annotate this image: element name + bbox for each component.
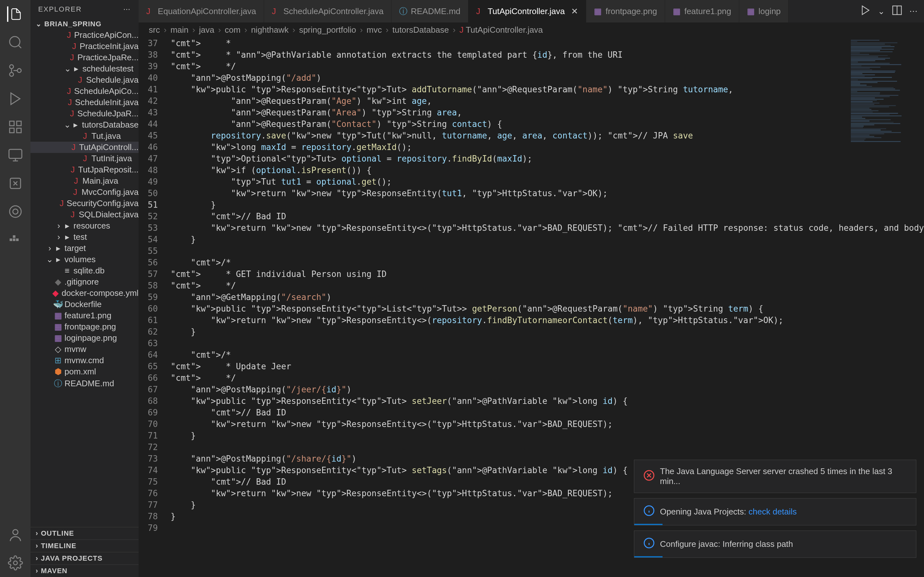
tree-item[interactable]: JMain.java <box>31 175 139 187</box>
notification-text: Configure javac: Inferring class path <box>660 539 793 549</box>
chevron-right-icon: › <box>36 542 38 550</box>
breadcrumb-item[interactable]: src <box>149 25 160 35</box>
tree-item[interactable]: JSecurityConfig.java <box>31 198 139 209</box>
info-icon <box>643 505 655 519</box>
split-editor-icon[interactable] <box>891 5 903 18</box>
extensions-icon[interactable] <box>8 119 23 135</box>
run-icon[interactable] <box>860 5 871 18</box>
chevron-right-icon: › <box>36 554 38 562</box>
tree-item[interactable]: ⌄▸schedulestest <box>31 63 139 74</box>
tree-item[interactable]: JTutApiControll... <box>31 142 139 153</box>
notification[interactable]: Opening Java Projects: check details <box>634 498 916 525</box>
run-debug-icon[interactable] <box>8 91 23 106</box>
run-dropdown-icon[interactable]: ⌄ <box>878 6 885 16</box>
maven-section[interactable]: › MAVEN <box>31 564 139 577</box>
explorer-more-icon[interactable]: ⋯ <box>123 5 131 13</box>
notification-text: The Java Language Server server crashed … <box>660 466 907 486</box>
editor-tab[interactable]: JEquationApiController.java <box>139 0 264 23</box>
activity-bar <box>0 0 31 577</box>
tree-item[interactable]: ⌄▸volumes <box>31 254 139 265</box>
tree-item[interactable]: ⓘREADME.md <box>31 377 139 390</box>
more-actions-icon[interactable]: ⋯ <box>909 6 918 16</box>
svg-point-14 <box>10 206 21 218</box>
breadcrumb-item[interactable]: tutorsDatabase <box>393 25 449 35</box>
svg-point-15 <box>13 209 18 214</box>
editor-tab[interactable]: JTutApiController.java✕ <box>468 0 586 23</box>
tree-item[interactable]: ▦frontpage.png <box>31 321 139 332</box>
tree-item[interactable]: JTut.java <box>31 131 139 142</box>
svg-rect-18 <box>16 239 19 241</box>
remote-explorer-icon[interactable] <box>8 147 23 163</box>
editor-tab[interactable]: JScheduleApiController.java <box>264 0 391 23</box>
svg-marker-22 <box>863 6 869 15</box>
breadcrumb[interactable]: src›main›java›com›nighthawk›spring_portf… <box>139 23 924 37</box>
svg-point-2 <box>10 65 13 69</box>
liveshare-icon[interactable] <box>8 176 23 191</box>
accounts-icon[interactable] <box>8 527 23 542</box>
project-header[interactable]: ⌄ BRIAN_SPRING <box>31 19 139 29</box>
minimap[interactable] <box>851 39 915 148</box>
tree-item[interactable]: ⬢pom.xml <box>31 366 139 377</box>
file-tree[interactable]: JPracticeApiCon...JPracticeInit.javaJPra… <box>31 29 139 527</box>
svg-point-20 <box>13 530 18 535</box>
editor-tab[interactable]: ⓘREADME.md <box>391 0 468 23</box>
editor-tab[interactable]: ▦feature1.png <box>665 0 739 23</box>
svg-rect-9 <box>17 128 21 133</box>
notification-link[interactable]: check details <box>748 507 796 516</box>
line-gutter: 3738394041424344454647484950515253545556… <box>139 37 171 577</box>
tree-item[interactable]: ▦loginpage.png <box>31 332 139 343</box>
tree-item[interactable]: JMvcConfig.java <box>31 187 139 198</box>
search-icon[interactable] <box>8 35 23 50</box>
chevron-right-icon: › <box>36 529 38 538</box>
tree-item[interactable]: ◆.gitignore <box>31 276 139 287</box>
source-control-icon[interactable] <box>8 63 23 78</box>
tree-item[interactable]: JPracticeInit.java <box>31 41 139 52</box>
svg-point-3 <box>10 73 13 76</box>
tree-item[interactable]: JSchedule.java <box>31 74 139 85</box>
editor-area: JEquationApiController.javaJScheduleApiC… <box>139 0 924 577</box>
notification[interactable]: Configure javac: Inferring class path <box>634 530 916 558</box>
docker-icon[interactable] <box>8 232 23 247</box>
tree-item[interactable]: JTutInit.java <box>31 153 139 164</box>
tree-item[interactable]: JSQLDialect.java <box>31 209 139 220</box>
breadcrumb-item[interactable]: nighthawk <box>251 25 288 35</box>
breadcrumb-item[interactable]: java <box>199 25 214 35</box>
explorer-icon[interactable] <box>7 6 23 22</box>
outline-section[interactable]: › OUTLINE <box>31 527 139 540</box>
tree-item[interactable]: JPracticeApiCon... <box>31 29 139 41</box>
explorer-sidebar: EXPLORER ⋯ ⌄ BRIAN_SPRING JPracticeApiCo… <box>31 0 139 577</box>
github-icon[interactable] <box>8 204 23 219</box>
tree-item[interactable]: ⊞mvnw.cmd <box>31 355 139 366</box>
tree-item[interactable]: ›▸test <box>31 231 139 243</box>
close-icon[interactable]: ✕ <box>571 6 578 16</box>
tree-item[interactable]: ◇mvnw <box>31 343 139 355</box>
timeline-section[interactable]: › TIMELINE <box>31 540 139 552</box>
tree-item[interactable]: ›▸target <box>31 243 139 254</box>
tree-item[interactable]: JScheduleInit.java <box>31 97 139 108</box>
tree-item[interactable]: ▦feature1.png <box>31 310 139 321</box>
info-icon <box>643 537 655 551</box>
tree-item[interactable]: ›▸resources <box>31 220 139 231</box>
editor-tab[interactable]: ▦frontpage.png <box>586 0 665 23</box>
notification[interactable]: The Java Language Server server crashed … <box>634 460 916 493</box>
breadcrumb-item[interactable]: mvc <box>367 25 382 35</box>
tree-item[interactable]: 🐳Dockerfile <box>31 299 139 310</box>
java-projects-section[interactable]: › JAVA PROJECTS <box>31 552 139 564</box>
breadcrumb-item[interactable]: J TutApiController.java <box>459 25 543 35</box>
error-icon <box>643 470 655 484</box>
settings-gear-icon[interactable] <box>8 555 23 571</box>
tree-item[interactable]: ≡sqlite.db <box>31 265 139 276</box>
tree-item[interactable]: ⌄▸tutorsDatabase <box>31 119 139 131</box>
explorer-title: EXPLORER <box>38 5 82 13</box>
tree-item[interactable]: JPracticeJpaRe... <box>31 52 139 63</box>
tree-item[interactable]: ◆docker-compose.yml <box>31 287 139 299</box>
chevron-down-icon: ⌄ <box>36 20 42 28</box>
breadcrumb-item[interactable]: com <box>225 25 241 35</box>
breadcrumb-item[interactable]: spring_portfolio <box>299 25 356 35</box>
tree-item[interactable]: JTutJpaReposit... <box>31 164 139 175</box>
editor-tab[interactable]: ▦loginp <box>739 0 788 23</box>
tree-item[interactable]: JScheduleApiCo... <box>31 85 139 97</box>
breadcrumb-item[interactable]: main <box>170 25 188 35</box>
tree-item[interactable]: JScheduleJpaR... <box>31 108 139 119</box>
svg-rect-6 <box>10 121 14 126</box>
